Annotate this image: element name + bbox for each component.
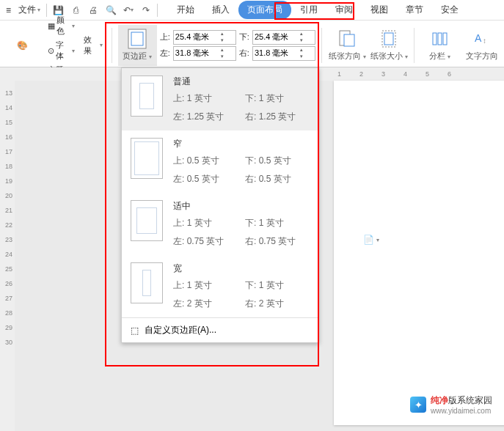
page-setup-icon: ⬚: [131, 325, 139, 336]
color-swatch-icon: ▦: [48, 21, 55, 31]
preset-icon: [131, 262, 163, 303]
margin-preset-narrow[interactable]: 窄 上: 0.5 英寸 下: 0.5 英寸 左: 0.5 英寸 右: 0.5 英…: [122, 130, 318, 193]
preset-icon: [131, 200, 163, 241]
watermark-logo-icon: ✦: [410, 397, 426, 413]
tab-插入[interactable]: 插入: [203, 1, 238, 19]
preset-top: 上: 1 英寸: [173, 279, 238, 292]
margin-preset-wide[interactable]: 宽 上: 1 英寸 下: 1 英寸 左: 2 英寸 右: 2 英寸: [122, 255, 318, 317]
theme-color-button[interactable]: ▦ 颜色 ▾: [45, 14, 78, 37]
svg-text:↕: ↕: [483, 37, 486, 45]
margin-left-label: 左:: [160, 48, 170, 59]
preset-bottom: 下: 0.5 英寸: [245, 155, 310, 167]
preset-bottom: 下: 1 英寸: [245, 92, 310, 105]
svg-rect-5: [384, 33, 393, 45]
file-menu[interactable]: 文件 ▾: [15, 4, 43, 16]
print-icon[interactable]: 🖨: [85, 2, 101, 18]
columns-icon: [430, 29, 450, 49]
preset-icon: [131, 138, 163, 179]
columns-button[interactable]: 分栏 ▾: [420, 25, 459, 66]
hamburger-menu[interactable]: ≡: [3, 5, 14, 15]
spin-down-icon[interactable]: ▾: [218, 37, 227, 44]
main-tabs: 开始插入页面布局引用审阅视图章节安全: [168, 1, 467, 19]
margin-right-input[interactable]: ▴▾: [252, 46, 315, 61]
preset-right: 右: 1.25 英寸: [245, 111, 310, 123]
margin-top-label: 上:: [160, 32, 170, 43]
preset-left: 左: 0.5 英寸: [173, 173, 238, 185]
preset-right: 右: 2 英寸: [245, 298, 310, 310]
separator: [157, 4, 158, 17]
spin-down-icon[interactable]: ▾: [218, 54, 227, 60]
theme-font-button[interactable]: ⊙ 字体 ▾: [45, 39, 78, 62]
separator: [112, 28, 112, 63]
spin-up-icon[interactable]: ▴: [218, 31, 227, 37]
margin-preset-normal[interactable]: 普通 上: 1 英寸 下: 1 英寸 左: 1.25 英寸 右: 1.25 英寸: [122, 68, 318, 130]
theme-palette-button[interactable]: 🎨: [3, 25, 42, 66]
paper-orientation-button[interactable]: 纸张方向 ▾: [328, 25, 367, 66]
spin-down-icon[interactable]: ▾: [297, 54, 306, 60]
orientation-icon: [337, 29, 357, 49]
spin-down-icon[interactable]: ▾: [297, 37, 306, 44]
redo-icon[interactable]: ↷: [138, 2, 154, 18]
page-icon: 📄: [363, 235, 374, 245]
tab-开始[interactable]: 开始: [168, 1, 203, 19]
font-icon: ⊙: [48, 46, 54, 56]
ribbon: 🎨 ▦ 颜色 ▾ ⊙ 字体 ▾ 主题 ▾ 效果 ▾ 页边距 ▾ 上: ▴▾ 下:…: [0, 21, 504, 67]
preview-icon[interactable]: 🔍: [103, 2, 119, 18]
margin-bottom-label: 下:: [239, 32, 249, 43]
preset-title: 宽: [173, 262, 310, 275]
theme-effect-button[interactable]: 效果 ▾: [81, 34, 106, 57]
margin-presets-dropdown: 普通 上: 1 英寸 下: 1 英寸 左: 1.25 英寸 右: 1.25 英寸…: [121, 67, 319, 343]
vertical-ruler: 131415161718192021222324252627282930: [0, 67, 15, 431]
preset-top: 上: 1 英寸: [173, 217, 238, 229]
separator: [321, 28, 322, 63]
ruler-numbers: 131415161718192021222324252627282930: [5, 89, 12, 346]
margins-icon: [127, 29, 147, 49]
preset-right: 右: 0.75 英寸: [245, 235, 310, 248]
margin-right-label: 右:: [239, 48, 249, 59]
svg-text:A: A: [475, 32, 482, 44]
preset-bottom: 下: 1 英寸: [245, 279, 310, 292]
preset-left: 左: 1.25 英寸: [173, 111, 238, 123]
tab-审阅[interactable]: 审阅: [326, 1, 362, 19]
text-direction-icon: A↕: [472, 29, 492, 49]
tab-安全[interactable]: 安全: [432, 1, 467, 19]
separator: [414, 28, 414, 63]
page-margins-button[interactable]: 页边距 ▾: [118, 25, 157, 66]
tab-视图[interactable]: 视图: [362, 1, 397, 19]
spin-up-icon[interactable]: ▴: [218, 47, 227, 54]
preset-title: 普通: [173, 75, 310, 88]
margin-value-inputs: 上: ▴▾ 下: ▴▾ 左: ▴▾ 右: ▴▾: [160, 30, 315, 61]
margin-preset-moderate[interactable]: 适中 上: 1 英寸 下: 1 英寸 左: 0.75 英寸 右: 0.75 英寸: [122, 193, 318, 255]
svg-rect-3: [344, 34, 354, 46]
preset-left: 左: 2 英寸: [173, 298, 238, 310]
svg-rect-7: [438, 33, 442, 45]
preset-left: 左: 0.75 英寸: [173, 235, 238, 248]
custom-margins-button[interactable]: ⬚自定义页边距(A)...: [122, 317, 318, 342]
preset-top: 上: 1 英寸: [173, 92, 238, 105]
paper-size-icon: [379, 29, 399, 49]
margin-bottom-input[interactable]: ▴▾: [252, 30, 315, 45]
preset-bottom: 下: 1 英寸: [245, 217, 310, 229]
page-action-button[interactable]: 📄▾: [363, 235, 379, 245]
preset-title: 适中: [173, 200, 310, 213]
margin-top-input[interactable]: ▴▾: [173, 30, 236, 45]
svg-rect-6: [433, 33, 437, 45]
preset-icon: [131, 75, 163, 117]
tab-页面布局[interactable]: 页面布局: [238, 1, 291, 19]
preset-right: 右: 0.5 英寸: [245, 173, 310, 185]
undo-icon[interactable]: ↶ ▾: [120, 2, 136, 18]
margin-left-input[interactable]: ▴▾: [173, 46, 236, 61]
paper-size-button[interactable]: 纸张大小 ▾: [370, 25, 409, 66]
svg-rect-8: [443, 33, 447, 45]
spin-up-icon[interactable]: ▴: [297, 47, 306, 54]
tab-引用[interactable]: 引用: [291, 1, 326, 19]
preset-top: 上: 0.5 英寸: [173, 155, 238, 167]
watermark: ✦ 纯净版系统家园 www.yidaimei.com: [410, 394, 492, 415]
palette-icon: 🎨: [12, 35, 32, 56]
tab-章节[interactable]: 章节: [397, 1, 432, 19]
document-page[interactable]: 📄▾: [334, 81, 504, 425]
preset-title: 窄: [173, 138, 310, 150]
text-direction-button[interactable]: A↕ 文字方向: [462, 25, 501, 66]
watermark-text: 纯净版系统家园 www.yidaimei.com: [431, 394, 492, 415]
spin-up-icon[interactable]: ▴: [297, 31, 306, 37]
